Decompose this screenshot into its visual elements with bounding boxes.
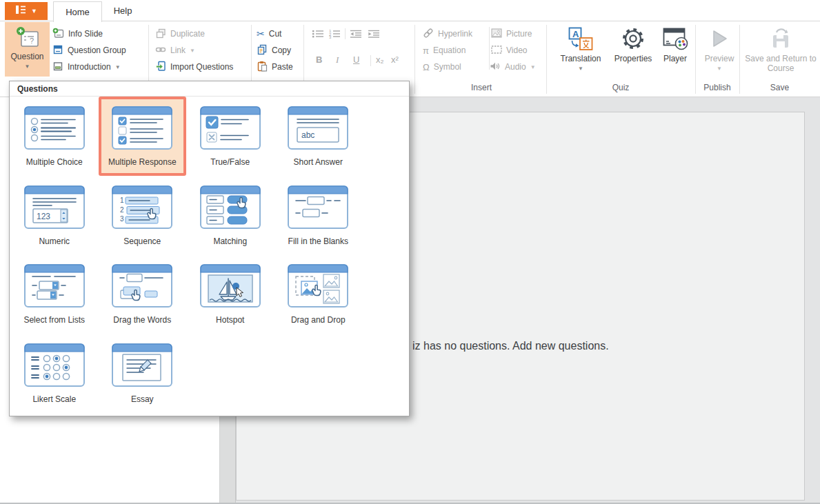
equation-icon: π (423, 46, 429, 56)
player-button[interactable]: Player (655, 23, 695, 63)
essay-icon (112, 343, 172, 390)
question-type-essay[interactable]: Essay (99, 334, 187, 413)
preview-caret-icon: ▼ (717, 65, 722, 72)
increase-indent-icon (368, 29, 380, 41)
question-type-drag-the-words[interactable]: Drag the Words (99, 254, 187, 334)
question-type-sequence[interactable]: 123 Sequence (99, 176, 187, 255)
decrease-indent-icon (350, 29, 362, 41)
duplicate-icon (155, 28, 166, 41)
video-button: Video (491, 43, 527, 58)
import-questions-icon (155, 61, 166, 74)
copy-button[interactable]: Copy (257, 43, 291, 58)
app-menu-button[interactable]: ▼ (5, 2, 48, 20)
drag-and-drop-icon (288, 264, 348, 310)
introduction-caret-icon: ▼ (115, 64, 121, 70)
empty-quiz-message: iz has no questions. Add new questions. (412, 340, 609, 352)
select-from-lists-icon (24, 264, 85, 310)
properties-button[interactable]: Properties (611, 23, 655, 63)
publish-group-label: Publish (695, 83, 739, 92)
underline-button: U (353, 54, 359, 65)
fill-in-the-blanks-icon (288, 185, 348, 232)
bold-button: B (316, 54, 322, 65)
superscript-button: x² (391, 54, 399, 65)
preview-button: Preview ▼ (699, 23, 739, 72)
equation-button: π Equation (423, 43, 466, 58)
question-type-hotspot[interactable]: Hotspot (186, 254, 274, 334)
hyperlink-icon (423, 28, 434, 41)
drag-the-words-icon (112, 264, 172, 310)
introduction-button[interactable]: Introduction ▼ (52, 59, 121, 74)
duplicate-button: Duplicate (155, 26, 205, 41)
question-type-multiple-choice[interactable]: Multiple Choice (10, 97, 99, 176)
tab-home[interactable]: Home (53, 1, 102, 22)
import-questions-button[interactable]: Import Questions (155, 59, 233, 74)
question-type-label: Drag the Words (113, 315, 171, 325)
matching-icon (200, 185, 261, 232)
quizmaker-window: ▼ Home Help ? Question ▼ (0, 0, 820, 504)
question-type-true-false[interactable]: True/False (186, 97, 274, 176)
question-caret-icon: ▼ (25, 63, 30, 70)
multiple-response-icon (112, 106, 172, 152)
svg-text:A: A (572, 28, 579, 39)
short-answer-icon: abc (288, 106, 348, 152)
svg-text:?: ? (30, 37, 34, 45)
question-type-matching[interactable]: Matching (186, 176, 274, 255)
question-type-label: Multiple Choice (26, 157, 83, 167)
question-type-label: Drag and Drop (291, 315, 346, 325)
question-type-multiple-response[interactable]: Multiple Response (99, 97, 187, 176)
audio-button: Audio ▼ (490, 59, 536, 74)
question-type-likert-scale[interactable]: Likert Scale (10, 334, 99, 413)
quiz-group-label: Quiz (546, 83, 695, 92)
question-type-fill-in-the-blanks[interactable]: Fill in the Blanks (274, 176, 363, 255)
cut-button[interactable]: ✂ Cut (257, 26, 281, 41)
preview-play-icon (709, 23, 730, 54)
question-group-button[interactable]: Question Group (52, 43, 126, 58)
save-and-return-button: Save and Return to Course (742, 23, 819, 73)
link-caret-icon: ▼ (190, 48, 195, 54)
player-icon (663, 23, 688, 54)
questions-menu: Questions Multiple ChoiceMultiple Respon… (9, 81, 410, 416)
picture-button: Picture (491, 26, 532, 41)
introduction-icon (52, 61, 63, 74)
info-slide-button[interactable]: Info Slide (52, 26, 103, 41)
info-slide-icon (52, 28, 64, 41)
question-type-label: Hotspot (216, 315, 244, 325)
bullet-list-icon (312, 29, 324, 41)
question-type-drag-and-drop[interactable]: Drag and Drop (274, 254, 363, 334)
question-type-label: Multiple Response (108, 157, 177, 167)
translation-button[interactable]: A Translation ▼ (550, 23, 611, 72)
question-button[interactable]: ? Question ▼ (5, 22, 50, 77)
video-icon (491, 46, 502, 56)
copy-icon (257, 44, 268, 57)
question-type-numeric[interactable]: 123 Numeric (10, 176, 99, 255)
question-type-label: Numeric (39, 236, 70, 246)
question-type-label: Short Answer (294, 157, 343, 167)
true-false-icon (200, 106, 261, 152)
hyperlink-button: Hyperlink (423, 26, 472, 41)
italic-button: I (336, 54, 339, 65)
question-type-short-answer[interactable]: abcShort Answer (274, 97, 363, 176)
questions-menu-title: Questions (17, 84, 58, 94)
cut-icon: ✂ (257, 28, 265, 39)
tab-bar: ▼ Home Help (0, 0, 820, 21)
numeric-icon: 123 (24, 185, 85, 232)
paste-button[interactable]: Paste (257, 59, 293, 74)
svg-text:3: 3 (120, 215, 124, 223)
numbered-list-icon: 123 (328, 29, 341, 41)
symbol-icon: Ω (423, 62, 430, 72)
svg-text:3: 3 (329, 35, 332, 39)
question-type-label: Essay (131, 394, 154, 404)
translation-caret-icon: ▼ (578, 65, 583, 72)
gear-icon (621, 23, 646, 54)
question-type-select-from-lists[interactable]: Select from Lists (10, 254, 99, 334)
question-type-label: Sequence (123, 236, 161, 246)
symbol-button: Ω Symbol (423, 59, 461, 74)
sequence-icon: 123 (112, 185, 172, 232)
tab-help[interactable]: Help (102, 0, 143, 21)
multiple-choice-icon (24, 106, 85, 152)
link-icon (155, 44, 166, 57)
question-group-icon (52, 44, 63, 57)
hotspot-icon (200, 264, 261, 310)
save-return-icon (768, 23, 794, 54)
insert-group-label: Insert (416, 83, 547, 92)
